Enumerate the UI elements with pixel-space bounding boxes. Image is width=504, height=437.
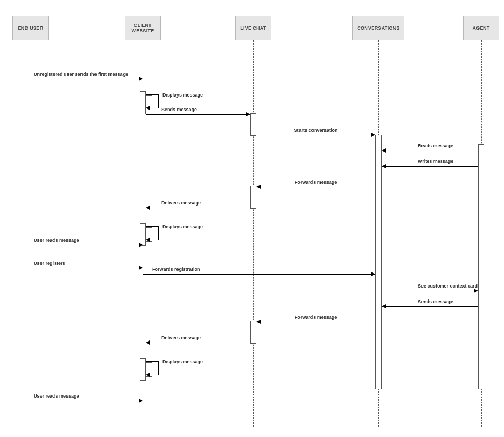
participant-agent: AGENT [463,16,499,40]
message-label: Displays message [162,92,203,98]
activation-agent [478,144,484,389]
msg-user-reads-2: User reads message [31,394,143,402]
msg-reads-message: Reads message [382,144,478,152]
msg-sends-message: Sends message [146,108,250,115]
activation-live-chat-3 [250,321,256,344]
message-label: User reads message [34,393,79,399]
lifeline-live-chat [253,40,254,427]
msg-starts-conversation: Starts conversation [256,129,375,136]
message-label: Starts conversation [294,128,337,133]
msg-context-card: See customer context card [382,284,478,292]
message-label: Unregistered user sends the first messag… [34,72,128,77]
message-label: Delivers message [161,200,201,206]
participant-live-chat: LIVE CHAT [235,16,271,40]
message-label: User reads message [34,238,79,243]
msg-user-reads-1: User reads message [31,239,143,246]
participant-conversations: CONVERSATIONS [352,16,404,40]
message-label: Displays message [162,359,203,364]
activation-client-website-1 [140,91,146,114]
participant-label: CONVERSATIONS [357,25,400,31]
sequence-diagram: END USER CLIENT WEBSITE LIVE CHAT CONVER… [0,0,504,437]
participant-label: AGENT [473,25,490,31]
msg-user-registers: User registers [31,262,143,269]
participant-label: END USER [18,25,44,31]
message-label: Sends message [161,107,197,112]
activation-live-chat-2 [250,186,256,209]
msg-writes-message: Writes message [382,160,478,167]
msg-delivers-message-2: Delivers message [146,336,250,344]
message-label: Writes message [418,159,453,164]
message-label: Reads message [418,143,453,148]
participant-label: CLIENT WEBSITE [127,23,158,33]
msg-agent-sends: Sends message [382,300,478,307]
message-label: See customer context card [418,283,478,289]
participant-client-website: CLIENT WEBSITE [125,16,161,40]
msg-first-message: Unregistered user sends the first messag… [31,73,143,80]
activation-client-website-3 [140,358,146,381]
message-label: Sends message [418,299,453,304]
msg-forwards-message-2: Forwards message [256,316,375,323]
msg-forwards-message-1: Forwards message [256,181,375,188]
participant-label: LIVE CHAT [240,25,266,31]
participant-end-user: END USER [12,16,49,40]
message-label: Delivers message [161,335,201,340]
msg-delivers-message-1: Delivers message [146,201,250,209]
activation-live-chat-1 [250,113,256,136]
message-label: Forwards registration [152,267,200,272]
message-label: Displays message [162,224,203,229]
msg-forwards-registration: Forwards registration [143,268,375,275]
message-label: Forwards message [295,315,337,320]
message-label: User registers [34,261,65,266]
lifeline-end-user [31,40,31,427]
message-label: Forwards message [295,180,337,185]
activation-conversations [375,135,382,389]
